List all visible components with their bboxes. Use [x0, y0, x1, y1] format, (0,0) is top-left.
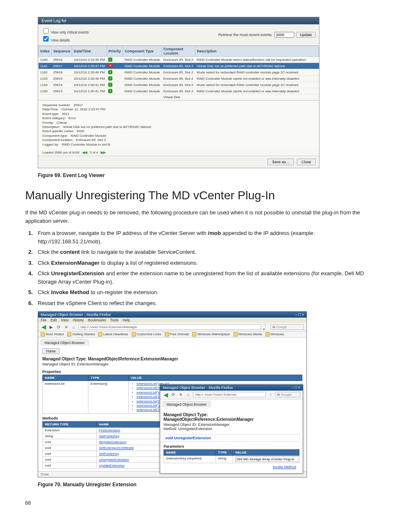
col-datetime[interactable]: Date/Time: [72, 46, 106, 57]
bookmark-item[interactable]: Free Hotmail: [165, 332, 189, 336]
table-row[interactable]: 11642591410/12/10 2:20:41 PMiRAID Contro…: [39, 82, 319, 88]
table-row[interactable]: 11622591610/12/10 2:20:46 PMiRAID Contro…: [39, 69, 319, 76]
overlay-window-controls-icon[interactable]: – □ ×: [291, 386, 300, 390]
detail-ecat-val: Error: [68, 116, 76, 120]
param-col-value: VALUE: [233, 449, 299, 455]
step-2-text-b: link to navigate to the available Servic…: [80, 249, 196, 255]
overlay-back-icon[interactable]: ◀: [163, 392, 169, 398]
menu-item[interactable]: File: [41, 318, 47, 322]
steps-list: From a browser, navigate to the IP addre…: [25, 229, 375, 307]
detail-ctype-val: RAID Controller Module: [71, 134, 106, 138]
info-icon: i: [108, 76, 112, 81]
bookmark-item[interactable]: Customize Links: [132, 332, 161, 336]
home-button[interactable]: Home: [42, 348, 60, 354]
detail-prio-lbl: Priority:: [42, 121, 54, 125]
menu-item[interactable]: Bookmarks: [88, 318, 106, 322]
back-icon[interactable]: ◀: [41, 324, 47, 330]
pager-prev-icon[interactable]: ◀◀: [82, 151, 87, 154]
overlay-search-placeholder: Google: [281, 393, 291, 396]
table-row[interactable]: 11652591310/12/10 2:20:41 PMiRAID Contro…: [39, 88, 319, 94]
folder-icon: [41, 332, 45, 336]
url-bar[interactable]: http:// /mob/?moid=ExtensionManager: [78, 324, 261, 330]
col-description[interactable]: Description: [195, 46, 319, 57]
props-col-value: VALUE: [128, 375, 302, 381]
view-critical-input[interactable]: [43, 28, 49, 34]
menu-item[interactable]: Edit: [51, 318, 57, 322]
view-critical-checkbox[interactable]: View only critical events: [42, 27, 88, 35]
method-link[interactable]: SetPublicKey: [99, 452, 119, 456]
bookmark-item[interactable]: Windows: [265, 332, 284, 336]
method-link[interactable]: GetPublicKey: [99, 434, 119, 438]
bookmarks-bar: Most VisitedGetting StartedLatest Headli…: [38, 331, 306, 338]
method-link[interactable]: UnregisterExtension: [99, 458, 129, 462]
col-component-location[interactable]: Component Location: [161, 46, 195, 57]
page-number: 68: [25, 500, 375, 506]
folder-icon: [132, 332, 136, 336]
menu-item[interactable]: History: [73, 318, 84, 322]
table-row[interactable]: 11632591510/12/10 2:20:46 PMiRAID Contro…: [39, 76, 319, 82]
col-component-type[interactable]: Component Type: [123, 46, 161, 57]
search-box[interactable]: G Google: [270, 324, 304, 330]
method-link[interactable]: UpdateExtension: [99, 464, 125, 467]
overlay-tab[interactable]: Managed Object Browser: [163, 401, 210, 407]
saveas-button[interactable]: Save as…: [268, 159, 294, 165]
bookmark-item[interactable]: Latest Headlines: [98, 332, 128, 336]
stop-icon[interactable]: ✕: [63, 324, 69, 330]
table-row: voidSetPublicKey: [43, 451, 172, 456]
view-details-label: View details: [51, 38, 70, 42]
extension-key-input[interactable]: [235, 456, 299, 462]
step-6: Restart the vSphere Client to reflect th…: [34, 299, 375, 308]
overlay-search-box[interactable]: G Google: [275, 392, 300, 397]
menu-item[interactable]: Help: [122, 318, 130, 322]
close-button[interactable]: Close: [297, 159, 316, 165]
bookmark-item[interactable]: Windows Marketplace: [192, 332, 230, 336]
step-3-text-b: to display a list of registered extensio…: [99, 260, 197, 266]
overlay-star-icon[interactable]: ☆: [268, 392, 273, 398]
step-4-text-a: Click: [38, 270, 51, 276]
window-controls-icon[interactable]: – □ ×: [295, 313, 304, 317]
bookmark-star-icon[interactable]: ☆ ▾: [263, 324, 269, 330]
folder-icon: [67, 332, 71, 336]
folder-icon: [98, 332, 102, 336]
bookmark-item[interactable]: Windows Media: [234, 332, 262, 336]
col-priority[interactable]: Priority: [106, 46, 123, 57]
forward-icon[interactable]: ▶: [48, 324, 54, 330]
method-link[interactable]: RegisterExtension: [99, 440, 126, 444]
view-details-input[interactable]: [43, 36, 49, 42]
bookmark-item[interactable]: Getting Started: [67, 332, 95, 336]
pager-next-icon[interactable]: ▶▶: [101, 151, 106, 154]
col-index[interactable]: Index: [39, 46, 52, 57]
overlay-stop-icon[interactable]: ✕: [178, 392, 184, 398]
window-title: Event Log for: [42, 18, 66, 23]
col-sequence[interactable]: Sequence: [52, 46, 72, 57]
bookmark-item[interactable]: Most Visited: [41, 332, 64, 336]
overlay-reload-icon[interactable]: ⟳: [170, 392, 176, 398]
method-link[interactable]: SetExtensionCertificate: [99, 446, 134, 450]
reload-icon[interactable]: ⟳: [56, 324, 62, 330]
retrieve-count-input[interactable]: [274, 32, 294, 38]
table-row: voidUnregisterExtension: [43, 456, 172, 462]
method-link[interactable]: FindExtension: [99, 428, 120, 432]
view-details-checkbox[interactable]: View details: [42, 35, 88, 43]
methods-table: RETURN TYPE NAME ExtensionFindExtensions…: [42, 421, 172, 469]
detail-ctype-lbl: Component type:: [42, 134, 68, 138]
overlay-url-bar[interactable]: http:// /mob/?moid=Extensio: [193, 392, 266, 397]
menu-item[interactable]: View: [61, 318, 68, 322]
detail-desc-val: Virtual Disk not on preferred path due t…: [63, 125, 151, 129]
table-row[interactable]: 11612591710/12/10 2:25:47 PM✕RAID Contro…: [39, 63, 319, 69]
figure69-caption: Figure 69. Event Log Viewer: [38, 172, 375, 178]
browser-tab[interactable]: Managed Object Browser: [41, 339, 88, 346]
table-row[interactable]: Virtual Disk: [39, 94, 319, 100]
invoke-method-link[interactable]: Invoke Method: [273, 465, 296, 469]
pager: Loaded 2000 out of 9192 ◀◀ 3 of 4 ▶▶: [38, 149, 319, 156]
props-col-type: TYPE: [88, 375, 129, 381]
update-button[interactable]: Update: [296, 32, 316, 38]
menu-item[interactable]: Tools: [110, 318, 119, 322]
step-2-content: content: [60, 249, 80, 255]
detail-etype-lbl: Event type:: [42, 112, 59, 116]
section-title: Manually Unregistering The MD vCenter Pl…: [25, 189, 375, 202]
overlay-home-icon[interactable]: ⌂: [185, 392, 191, 398]
home-icon[interactable]: ⌂: [71, 324, 77, 330]
detail-ecat-lbl: Event category:: [42, 116, 66, 120]
table-row[interactable]: 11602591810/12/10 2:33:35 PMiRAID Contro…: [39, 57, 319, 63]
